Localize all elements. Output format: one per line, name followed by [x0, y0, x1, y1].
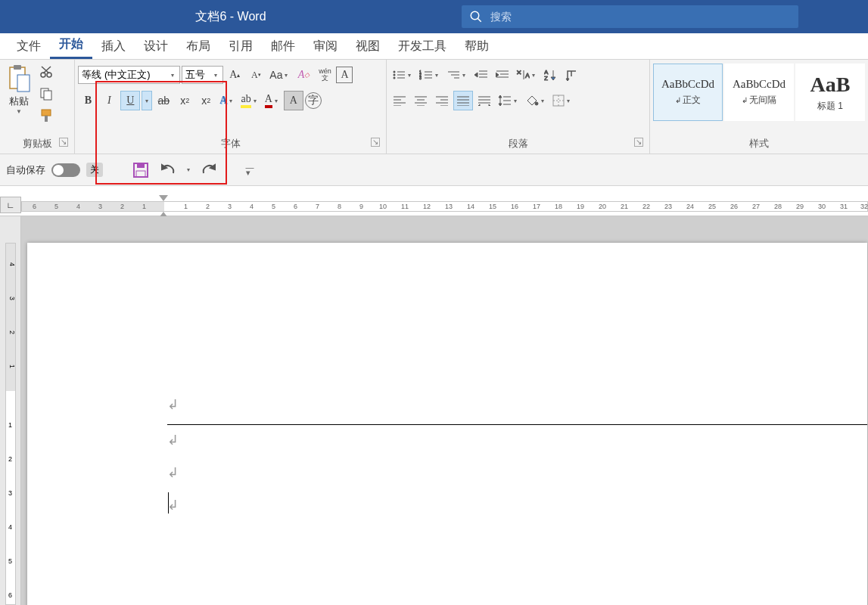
- underline-button[interactable]: U: [120, 91, 140, 110]
- undo-button[interactable]: [157, 160, 179, 181]
- asian-layout-button[interactable]: ✕A▾: [514, 65, 540, 85]
- strikethrough-button[interactable]: ab: [154, 91, 173, 110]
- change-case-button[interactable]: Aa▾: [267, 65, 292, 85]
- group-styles: AaBbCcDd ↲ 正文 AaBbCcDd ↲ 无间隔 AaB 标题 1 样式: [650, 60, 868, 154]
- tab-design[interactable]: 设计: [135, 34, 177, 59]
- style-normal[interactable]: AaBbCcDd ↲ 正文: [653, 64, 723, 121]
- bucket-icon: [525, 95, 539, 107]
- tab-references[interactable]: 引用: [219, 34, 262, 59]
- group-label-font: 字体↘: [78, 135, 383, 154]
- redo-button[interactable]: [198, 160, 219, 181]
- tab-review[interactable]: 审阅: [304, 34, 347, 59]
- phonetic-guide-button[interactable]: wén文: [315, 65, 334, 85]
- style-heading1[interactable]: AaB 标题 1: [795, 64, 865, 121]
- superscript-button[interactable]: x2: [196, 91, 216, 110]
- decrease-indent-button[interactable]: [471, 65, 491, 85]
- scissors-icon: [39, 65, 53, 79]
- cut-button[interactable]: [36, 62, 56, 82]
- tab-help[interactable]: 帮助: [456, 34, 498, 59]
- ruler-margin-left: 6 5 4 3 2 1: [22, 202, 164, 211]
- copy-button[interactable]: [36, 84, 56, 104]
- align-justify-button[interactable]: [453, 91, 473, 110]
- align-justify-icon: [456, 95, 470, 106]
- dialog-launcher-icon[interactable]: ↘: [371, 138, 380, 147]
- page[interactable]: ↲ ↲ ↲ ↲: [27, 243, 867, 605]
- tab-file[interactable]: 文件: [8, 34, 50, 59]
- numbering-icon: 123: [419, 70, 433, 80]
- svg-rect-4: [17, 75, 30, 92]
- svg-rect-11: [42, 110, 51, 116]
- tab-selector[interactable]: ∟: [0, 197, 21, 213]
- indent-icon: [496, 70, 509, 80]
- tab-insert[interactable]: 插入: [92, 34, 135, 59]
- svg-point-13: [394, 71, 396, 73]
- svg-rect-10: [44, 91, 51, 100]
- font-name-combo[interactable]: 等线 (中文正文)▾: [78, 66, 180, 84]
- align-center-icon: [414, 95, 428, 106]
- copy-icon: [39, 87, 53, 101]
- autosave-label: 自动保存: [6, 163, 45, 177]
- character-border-button[interactable]: A: [336, 67, 353, 83]
- font-color-button[interactable]: A▾: [263, 91, 282, 110]
- tab-developer[interactable]: 开发工具: [389, 34, 456, 59]
- multilevel-icon: [446, 70, 460, 80]
- character-shading-button[interactable]: A: [284, 91, 303, 110]
- align-right-button[interactable]: [432, 91, 452, 110]
- style-nospacing[interactable]: AaBbCcDd ↲ 无间隔: [724, 64, 794, 121]
- font-size-combo[interactable]: 五号▾: [182, 66, 223, 84]
- shading-button[interactable]: ▾: [523, 91, 549, 110]
- bullets-icon: [392, 70, 406, 80]
- redo-icon: [201, 163, 217, 178]
- paste-button[interactable]: 粘贴 ▼: [3, 62, 35, 117]
- shrink-font-button[interactable]: A▾: [246, 65, 266, 85]
- bold-button[interactable]: B: [78, 91, 98, 110]
- numbering-button[interactable]: 123▾: [417, 65, 443, 85]
- subscript-button[interactable]: x2: [175, 91, 194, 110]
- dialog-launcher-icon[interactable]: ↘: [59, 138, 68, 147]
- highlight-button[interactable]: ab▾: [238, 91, 260, 110]
- grow-font-button[interactable]: A▴: [225, 65, 244, 85]
- tab-home[interactable]: 开始: [50, 32, 92, 59]
- search-box[interactable]: [462, 5, 798, 28]
- vertical-ruler[interactable]: 4 3 2 1 1 2 3 4 5 6: [0, 216, 21, 605]
- svg-marker-70: [499, 104, 502, 106]
- save-button[interactable]: [130, 160, 151, 181]
- svg-marker-31: [474, 73, 478, 77]
- first-line-indent-marker[interactable]: [159, 195, 168, 201]
- sort-button[interactable]: AZ: [541, 65, 561, 85]
- clear-format-button[interactable]: A◇: [294, 65, 313, 85]
- sort-icon: AZ: [544, 69, 558, 81]
- window-title: 文档6 - Word: [0, 9, 462, 25]
- horizontal-ruler[interactable]: ∟ 6 5 4 3 2 1 1 2 3 4 5 6 7 8 9 10 11 12…: [0, 186, 868, 216]
- ruler-body: 1 2 3 4 5 6 7 8 9 10 11 12 13 14 15 16 1…: [164, 202, 867, 211]
- line-spacing-icon: [498, 95, 512, 107]
- italic-button[interactable]: I: [99, 91, 119, 110]
- text-effects-button[interactable]: A▾: [217, 91, 237, 110]
- svg-marker-64: [489, 104, 490, 106]
- svg-text:Z: Z: [544, 75, 548, 81]
- increase-indent-button[interactable]: [493, 65, 512, 85]
- align-left-button[interactable]: [390, 91, 409, 110]
- borders-button[interactable]: ▾: [550, 91, 574, 110]
- underline-dropdown[interactable]: ▾: [142, 91, 152, 110]
- dialog-launcher-icon[interactable]: ↘: [634, 138, 643, 147]
- multilevel-list-button[interactable]: ▾: [444, 65, 470, 85]
- bullets-button[interactable]: ▾: [390, 65, 415, 85]
- line-spacing-button[interactable]: ▾: [496, 91, 521, 110]
- group-clipboard: 粘贴 ▼ 剪贴板↘: [0, 60, 75, 154]
- tab-layout[interactable]: 布局: [177, 34, 219, 59]
- autosave-toggle[interactable]: [51, 163, 80, 177]
- tab-mailings[interactable]: 邮件: [262, 34, 304, 59]
- tab-view[interactable]: 视图: [347, 34, 389, 59]
- document-area[interactable]: ↲ ↲ ↲ ↲: [21, 216, 868, 605]
- undo-dropdown[interactable]: ▾: [185, 166, 192, 173]
- distributed-button[interactable]: [474, 91, 494, 110]
- svg-point-0: [471, 11, 479, 20]
- customize-qat-button[interactable]: —▾: [239, 160, 260, 181]
- align-center-button[interactable]: [411, 91, 431, 110]
- autosave-state: 关: [86, 163, 103, 177]
- show-marks-button[interactable]: [562, 65, 582, 85]
- search-input[interactable]: [490, 11, 778, 23]
- format-painter-button[interactable]: [36, 106, 56, 126]
- enclose-character-button[interactable]: 字: [305, 92, 322, 109]
